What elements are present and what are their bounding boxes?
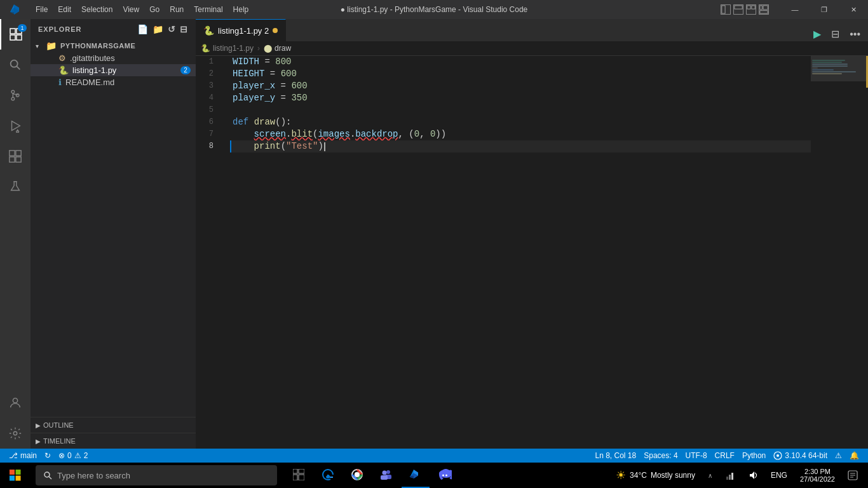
svg-rect-9 bbox=[10, 35, 15, 40]
python-version-icon bbox=[773, 451, 782, 460]
code-line-8: print("Test") bbox=[230, 140, 811, 152]
readme-name: README.md bbox=[65, 78, 114, 87]
warning-indicator-item[interactable]: ⚠ bbox=[831, 449, 846, 463]
git-branch-item[interactable]: ⎇ main bbox=[5, 449, 41, 463]
errors-icon: ⊗ bbox=[58, 451, 65, 460]
svg-point-40 bbox=[355, 473, 359, 477]
encoding-item[interactable]: UTF-8 bbox=[682, 449, 711, 463]
svg-rect-31 bbox=[16, 476, 21, 481]
notification-bell-item[interactable]: 🔔 bbox=[846, 449, 863, 463]
activity-source-control[interactable] bbox=[0, 80, 31, 111]
layout-icon-3[interactable] bbox=[746, 4, 756, 15]
activity-run[interactable] bbox=[0, 111, 31, 141]
new-file-icon[interactable]: 📄 bbox=[137, 24, 149, 34]
current-line-indicator bbox=[230, 140, 231, 152]
sync-item[interactable]: ↻ bbox=[41, 449, 55, 463]
menu-view[interactable]: View bbox=[118, 0, 144, 19]
errors-item[interactable]: ⊗ 0 ⚠ 2 bbox=[55, 449, 92, 463]
volume-tray[interactable] bbox=[743, 463, 763, 488]
taskbar-right: ☀ 34°C Mostly sunny ∧ ENG 2:30 PM 27/04/… bbox=[611, 463, 868, 488]
run-button[interactable]: ▶ bbox=[811, 27, 824, 41]
svg-rect-2 bbox=[747, 6, 750, 9]
folder-tree: ▾ 📁 PYTHONMARSGAME ⚙ .gitattributes 🐍 li… bbox=[31, 39, 196, 417]
readme-icon: ℹ bbox=[58, 78, 62, 87]
teams-button[interactable] bbox=[372, 463, 400, 488]
clock-time: 2:30 PM bbox=[804, 468, 831, 475]
layout-icon-4[interactable] bbox=[759, 4, 769, 15]
start-button[interactable] bbox=[0, 463, 31, 488]
svg-rect-36 bbox=[293, 475, 297, 480]
tab-listing[interactable]: 🐍 listing1-1.py 2 bbox=[196, 19, 286, 41]
menu-terminal[interactable]: Terminal bbox=[189, 0, 227, 19]
indentation-item[interactable]: Spaces: 4 bbox=[640, 449, 681, 463]
notification-center[interactable] bbox=[843, 463, 863, 488]
network-tray[interactable] bbox=[720, 463, 740, 488]
line-ending-item[interactable]: CRLF bbox=[711, 449, 738, 463]
menu-selection[interactable]: Selection bbox=[76, 0, 118, 19]
weather-area[interactable]: ☀ 34°C Mostly sunny bbox=[611, 463, 700, 488]
restore-button[interactable]: ❐ bbox=[810, 0, 839, 19]
git-branch-label: main bbox=[20, 451, 37, 460]
file-readme[interactable]: ℹ README.md bbox=[31, 76, 196, 88]
activity-explorer[interactable]: 1 bbox=[0, 19, 31, 50]
timeline-label: Timeline bbox=[43, 437, 76, 445]
minimize-button[interactable]: — bbox=[780, 0, 810, 19]
activity-account[interactable] bbox=[0, 388, 31, 418]
svg-point-43 bbox=[383, 471, 387, 475]
close-button[interactable]: ✕ bbox=[839, 0, 868, 19]
taskbar-search[interactable]: Type here to search bbox=[36, 465, 277, 485]
menu-edit[interactable]: Edit bbox=[53, 0, 76, 19]
breadcrumb-symbol[interactable]: draw bbox=[275, 44, 291, 53]
line-num-3: 3 bbox=[196, 80, 220, 92]
activity-bar: 1 bbox=[0, 19, 31, 449]
breadcrumb-separator: › bbox=[257, 44, 260, 53]
line-numbers: 1 2 3 4 5 6 7 8 bbox=[196, 56, 227, 449]
python-version-item[interactable]: 3.10.4 64-bit bbox=[770, 449, 831, 463]
file-listing[interactable]: 🐍 listing1-1.py 2 bbox=[31, 64, 196, 76]
system-tray-expand[interactable]: ∧ bbox=[703, 463, 717, 488]
refresh-icon[interactable]: ↺ bbox=[168, 24, 176, 34]
line-num-6: 6 bbox=[196, 116, 220, 128]
activity-flask[interactable] bbox=[0, 172, 31, 202]
teams-icon bbox=[379, 468, 393, 482]
taskbar-apps bbox=[285, 463, 459, 488]
menu-help[interactable]: Help bbox=[228, 0, 254, 19]
menu-file[interactable]: File bbox=[31, 0, 53, 19]
split-editor-button[interactable]: ⊟ bbox=[829, 27, 842, 41]
cursor-position-item[interactable]: Ln 8, Col 18 bbox=[591, 449, 640, 463]
timeline-arrow: ▶ bbox=[36, 438, 41, 445]
folder-root[interactable]: ▾ 📁 PYTHONMARSGAME bbox=[31, 39, 196, 52]
svg-point-24 bbox=[13, 398, 17, 403]
minimap bbox=[811, 56, 868, 449]
more-actions-button[interactable]: ••• bbox=[847, 27, 863, 41]
outline-header[interactable]: ▶ Outline bbox=[31, 417, 196, 433]
code-content[interactable]: WIDTH = 800 HEIGHT = 600 player_x = 600 … bbox=[227, 56, 811, 449]
activity-settings[interactable] bbox=[0, 418, 31, 449]
discord-button[interactable] bbox=[431, 463, 459, 488]
search-placeholder: Type here to search bbox=[57, 471, 130, 480]
activity-search[interactable] bbox=[0, 50, 31, 80]
file-gitattributes[interactable]: ⚙ .gitattributes bbox=[31, 52, 196, 64]
vscode-button[interactable] bbox=[402, 463, 430, 488]
svg-rect-35 bbox=[299, 469, 304, 473]
language-item[interactable]: Python bbox=[738, 449, 770, 463]
timeline-header[interactable]: ▶ Timeline bbox=[31, 433, 196, 449]
bell-icon: 🔔 bbox=[850, 451, 859, 460]
breadcrumb-file[interactable]: listing1-1.py bbox=[213, 44, 254, 53]
collapse-icon[interactable]: ⊟ bbox=[180, 24, 188, 34]
warnings-count: 2 bbox=[84, 451, 88, 460]
new-folder-icon[interactable]: 📁 bbox=[153, 24, 164, 34]
taskbar-clock[interactable]: 2:30 PM 27/04/2022 bbox=[795, 463, 840, 488]
menu-go[interactable]: Go bbox=[144, 0, 165, 19]
window-controls: — ❐ ✕ bbox=[780, 0, 868, 19]
chrome-button[interactable] bbox=[343, 463, 371, 488]
task-view-button[interactable] bbox=[285, 463, 313, 488]
language-tray[interactable]: ENG bbox=[766, 463, 792, 488]
layout-icon-2[interactable] bbox=[733, 4, 743, 15]
line-num-8: 8 bbox=[196, 140, 220, 152]
svg-rect-44 bbox=[381, 475, 388, 480]
edge-button[interactable] bbox=[314, 463, 342, 488]
layout-icon-1[interactable] bbox=[721, 4, 731, 15]
activity-extensions[interactable] bbox=[0, 141, 31, 172]
menu-run[interactable]: Run bbox=[165, 0, 189, 19]
